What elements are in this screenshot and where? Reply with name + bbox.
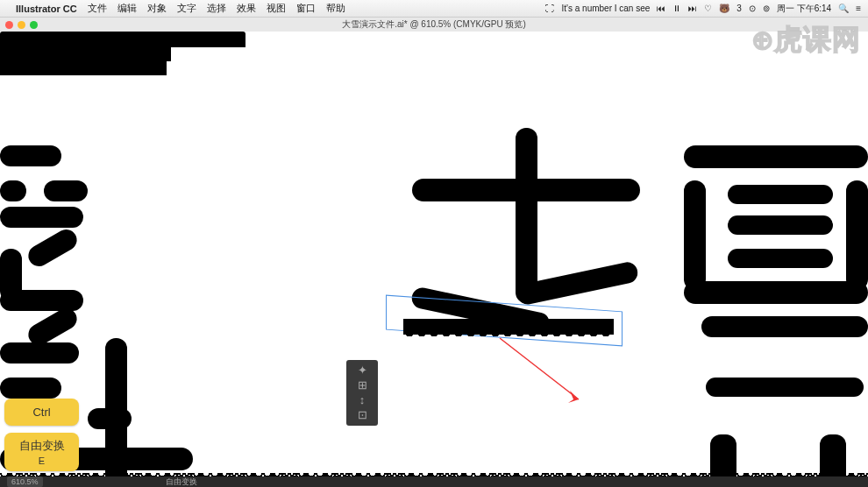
zoom-window-button[interactable] (30, 21, 38, 29)
glyph-stroke[interactable] (684, 281, 868, 304)
status-bar: 610.5% 自由变换 (0, 476, 868, 487)
free-transform-tool-panel[interactable]: ✦ ⊞ ↕ ⊡ (346, 360, 378, 426)
glyph-wave-stroke[interactable] (403, 319, 614, 335)
key-hint-ctrl: Ctrl (4, 399, 79, 426)
glyph-stroke[interactable] (684, 145, 868, 168)
glyph-stroke[interactable] (684, 180, 706, 290)
glyph-stroke[interactable] (516, 128, 537, 303)
search-icon[interactable]: 🔍 (838, 4, 849, 13)
glyph-stroke[interactable] (0, 290, 83, 311)
glyph-stroke[interactable] (846, 180, 868, 290)
glyph-stroke[interactable] (710, 434, 736, 476)
glyph-stroke[interactable] (0, 180, 26, 201)
glyph-stroke[interactable] (0, 342, 79, 363)
menu-help[interactable]: 帮助 (326, 2, 345, 15)
headphone-icon[interactable]: ⊙ (749, 4, 756, 13)
menu-type[interactable]: 文字 (177, 2, 196, 15)
menu-select[interactable]: 选择 (207, 2, 226, 15)
clock-text: 周一 下午6:14 (777, 3, 831, 15)
selected-object[interactable] (386, 303, 623, 338)
glyph-wave-stroke[interactable] (0, 61, 167, 75)
zoom-level[interactable]: 610.5% (7, 476, 43, 487)
mac-menubar: Illustrator CC 文件 编辑 对象 文字 选择 效果 视图 窗口 帮… (0, 0, 868, 18)
media-next-icon[interactable]: ⏭ (688, 4, 697, 13)
key-hint-free-transform: 自由变换 E (4, 433, 79, 471)
glyph-stroke[interactable] (0, 145, 61, 166)
glyph-stroke[interactable] (728, 215, 833, 235)
artboard[interactable]: ✦ ⊞ ↕ ⊡ (0, 32, 868, 476)
window-traffic-lights (5, 21, 38, 29)
free-transform-icon[interactable]: ⊞ (355, 378, 369, 392)
glyph-stroke[interactable] (706, 378, 864, 397)
badge-count: 3 (736, 4, 742, 13)
glyph-stroke[interactable] (412, 179, 640, 201)
media-play-icon[interactable]: ⏸ (672, 4, 681, 13)
glyph-stroke[interactable] (44, 180, 88, 201)
free-distort-icon[interactable]: ⊡ (355, 408, 369, 422)
constrain-icon[interactable]: ✦ (355, 363, 369, 378)
glyph-stroke[interactable] (105, 338, 127, 476)
now-playing-text: It's a number I can see (561, 4, 650, 13)
glyph-stroke[interactable] (701, 316, 868, 337)
glyph-stroke[interactable] (728, 185, 833, 204)
wifi-icon[interactable]: ⊚ (763, 4, 770, 13)
glyph-stroke[interactable] (0, 207, 83, 228)
menu-edit[interactable]: 编辑 (117, 2, 137, 15)
menu-icon[interactable]: ≡ (856, 4, 861, 13)
status-tool-label: 自由变换 (166, 476, 197, 488)
document-title-bar: 大雪演示文件.ai* @ 610.5% (CMYK/GPU 预览) (0, 18, 868, 32)
minimize-window-button[interactable] (18, 21, 25, 29)
close-window-button[interactable] (5, 21, 13, 29)
menu-view[interactable]: 视图 (267, 2, 286, 15)
svg-marker-1 (568, 391, 579, 403)
glyph-stroke[interactable] (728, 249, 833, 268)
menubar-right: ⛶ It's a number I can see ⏮ ⏸ ⏭ ♡ 🐻 3 ⊙ … (545, 3, 861, 15)
glyph-stroke[interactable] (0, 378, 61, 399)
menu-file[interactable]: 文件 (88, 2, 107, 15)
glyph-stroke[interactable] (820, 434, 846, 476)
perspective-distort-icon[interactable]: ↕ (355, 393, 369, 407)
glyph-wave-stroke[interactable] (0, 32, 245, 47)
screenshot-icon[interactable]: ⛶ (545, 4, 554, 13)
svg-line-0 (500, 338, 579, 399)
bear-icon[interactable]: 🐻 (719, 4, 729, 13)
canvas-area[interactable]: ✦ ⊞ ↕ ⊡ (0, 32, 868, 476)
glyph-wave-stroke[interactable] (0, 47, 171, 61)
menu-effect[interactable]: 效果 (237, 2, 256, 15)
document-title: 大雪演示文件.ai* @ 610.5% (CMYK/GPU 预览) (342, 18, 526, 31)
app-name[interactable]: Illustrator CC (16, 4, 77, 14)
heart-icon[interactable]: ♡ (704, 4, 712, 13)
menu-object[interactable]: 对象 (147, 2, 167, 15)
menu-window[interactable]: 窗口 (296, 2, 316, 15)
glyph-stroke[interactable] (25, 226, 81, 271)
media-prev-icon[interactable]: ⏮ (657, 4, 665, 13)
